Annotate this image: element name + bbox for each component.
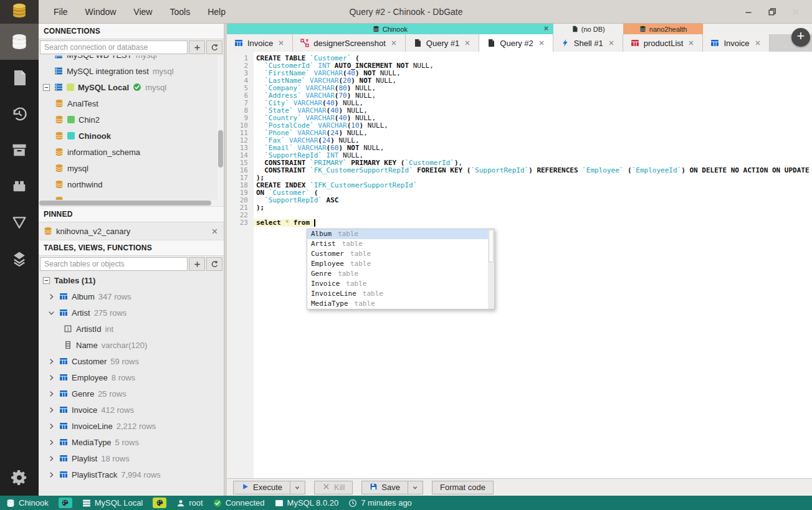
activity-filter[interactable]: [0, 204, 39, 240]
connection-item-northwind[interactable]: northwind: [39, 176, 224, 192]
pinned-item-knihovna_v2_canary[interactable]: knihovna_v2_canary: [39, 222, 224, 240]
tab-shell-1[interactable]: Shell #1: [553, 34, 623, 52]
tab-group-header[interactable]: nano2health: [623, 24, 704, 34]
suggestion-kind: table: [346, 280, 366, 288]
item-meta: 5 rows: [115, 438, 139, 447]
sql-editor[interactable]: 1CREATE TABLE `Customer` (2 `CustomerId`…: [227, 52, 812, 478]
execute-button[interactable]: Execute: [233, 481, 290, 494]
new-tab-button[interactable]: +: [791, 28, 810, 47]
table-item-mediatype[interactable]: MediaType5 rows: [39, 434, 224, 450]
table-item-playlisttrack[interactable]: PlaylistTrack7,994 rows: [39, 466, 224, 483]
menu-window[interactable]: Window: [78, 4, 124, 19]
tab-query-1[interactable]: Query #1: [406, 34, 479, 52]
table-item-invoiceline[interactable]: InvoiceLine2,212 rows: [39, 418, 224, 434]
close-tab-button[interactable]: [608, 39, 615, 47]
table-item-employee[interactable]: Employee8 rows: [39, 369, 224, 385]
unpin-button[interactable]: [211, 227, 219, 235]
connection-item-mysql-wd-test[interactable]: MySQL WD TESTmysql: [39, 55, 224, 63]
close-tab-button[interactable]: [277, 39, 285, 47]
autocomplete-item-genre[interactable]: Genretable: [307, 269, 488, 279]
save-dropdown-button[interactable]: [408, 481, 423, 494]
close-button[interactable]: [788, 4, 803, 19]
connection-item-chinook[interactable]: Chinook: [39, 128, 224, 144]
execute-dropdown-button[interactable]: [290, 481, 305, 494]
connection-item-information-schema[interactable]: information_schema: [39, 144, 224, 160]
activity-layers[interactable]: [0, 240, 39, 276]
plugin-icon: [11, 177, 28, 195]
connection-item-chin2[interactable]: Chin2: [39, 111, 224, 128]
menu-view[interactable]: View: [126, 4, 160, 19]
tables-search-input[interactable]: [40, 257, 188, 271]
table-icon: [59, 454, 68, 463]
add-table-button[interactable]: [189, 257, 205, 271]
connection-item-mysql-local[interactable]: MySQL Localmysql: [39, 79, 224, 95]
connection-item-analtest[interactable]: AnalTest: [39, 95, 224, 111]
refresh-tables-button[interactable]: [206, 257, 222, 271]
connection-item-mysql[interactable]: mysql: [39, 160, 224, 176]
activity-plugins[interactable]: [0, 168, 39, 204]
kill-button[interactable]: Kill: [314, 481, 353, 494]
close-tab-button[interactable]: [538, 39, 545, 47]
minimize-button[interactable]: [741, 4, 756, 19]
tab-invoice[interactable]: Invoice: [703, 34, 769, 52]
tab-query-2[interactable]: Query #2: [479, 34, 553, 52]
table-item-customer[interactable]: Customer59 rows: [39, 353, 224, 369]
autocomplete-item-artist[interactable]: Artisttable: [307, 239, 488, 249]
menu-file[interactable]: File: [46, 4, 75, 19]
save-button[interactable]: Save: [361, 481, 408, 494]
refresh-connections-button[interactable]: [206, 40, 222, 54]
table-item-playlist[interactable]: Playlist18 rows: [39, 450, 224, 466]
tab-invoice[interactable]: Invoice: [227, 34, 293, 52]
tables-group-header[interactable]: Tables (11): [39, 272, 224, 288]
autocomplete-item-employee[interactable]: Employeetable: [307, 259, 488, 269]
connections-hscrollbar[interactable]: [39, 200, 218, 206]
close-tab-button[interactable]: [464, 39, 471, 47]
close-group-button[interactable]: [543, 25, 550, 32]
tab-label: Invoice: [724, 39, 749, 48]
menu-tools[interactable]: Tools: [162, 4, 198, 19]
connections-vscrollbar[interactable]: [217, 55, 224, 206]
status-label: Connected: [226, 498, 265, 508]
autocomplete-item-customer[interactable]: Customertable: [307, 249, 488, 259]
table-icon: [59, 422, 68, 430]
server-icon: [54, 67, 63, 75]
tab-productlist[interactable]: productList: [623, 34, 704, 52]
autocomplete-item-invoiceline[interactable]: InvoiceLinetable: [307, 289, 488, 299]
table-item-album[interactable]: Album347 rows: [39, 288, 224, 305]
table-item-artist[interactable]: Artist275 rows: [39, 305, 224, 321]
autocomplete-scrollbar[interactable]: [488, 229, 494, 309]
tab-group-header[interactable]: Chinook: [227, 24, 553, 34]
activity-history[interactable]: [0, 96, 39, 132]
table-item-invoice[interactable]: Invoice412 rows: [39, 402, 224, 418]
menu-help[interactable]: Help: [200, 4, 233, 19]
activity-database[interactable]: [0, 24, 39, 60]
tab-designerscreenshot[interactable]: designerScreenshot: [293, 34, 406, 52]
tab-group-header[interactable]: (no DB): [553, 24, 623, 34]
column-item-name[interactable]: Namevarchar(120): [39, 337, 224, 353]
autocomplete-item-mediatype[interactable]: MediaTypetable: [307, 299, 488, 309]
close-tab-button[interactable]: [390, 39, 398, 47]
close-tab-button[interactable]: [687, 39, 695, 47]
restore-button[interactable]: [765, 4, 780, 19]
color-swatch: [67, 83, 74, 91]
suggestion-kind: table: [338, 230, 358, 238]
window-controls: [741, 4, 812, 19]
code-line: 20 `SupportRepId` ASC: [227, 197, 812, 204]
close-tab-button[interactable]: [754, 39, 762, 47]
status-color-button[interactable]: [59, 498, 72, 508]
column-item-artistid[interactable]: 1ArtistIdint: [39, 321, 224, 337]
status-color-button[interactable]: [153, 498, 166, 508]
activity-files[interactable]: [0, 60, 39, 96]
connection-item-mysql-integration-test[interactable]: MySQL integration testmysql: [39, 63, 224, 79]
status-mysql-8-0-20: MySQL 8.0.20: [275, 498, 339, 508]
autocomplete-item-album[interactable]: Albumtable: [307, 229, 488, 239]
add-connection-button[interactable]: [189, 40, 205, 54]
chevron-right-icon: [47, 374, 55, 382]
table-item-genre[interactable]: Genre25 rows: [39, 385, 224, 402]
code-line: 16 CONSTRAINT `FK_CustomerSupportRepId` …: [227, 167, 812, 174]
activity-settings[interactable]: [0, 460, 39, 496]
autocomplete-item-invoice[interactable]: Invoicetable: [307, 279, 488, 289]
format-code-button[interactable]: Format code: [432, 481, 494, 494]
activity-archive[interactable]: [0, 132, 39, 168]
connections-search-input[interactable]: [40, 40, 188, 54]
